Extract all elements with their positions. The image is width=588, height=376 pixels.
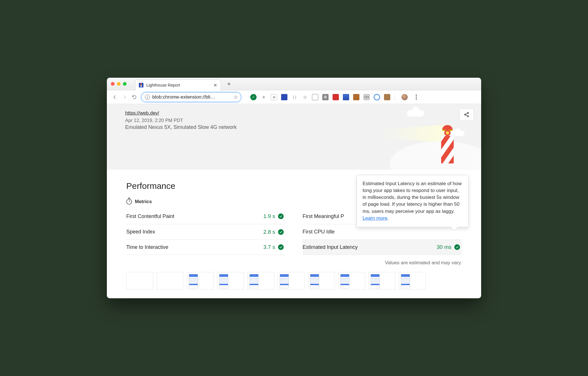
metric-name: First Meaningful P <box>303 213 344 219</box>
extensions-row: ✓ ❀ ▦ { } ▨ B CRX <box>250 94 417 100</box>
report-url[interactable]: https://web.dev/ <box>125 110 159 116</box>
svg-line-3 <box>466 113 468 114</box>
titlebar: Lighthouse Report ✕ + <box>107 78 481 90</box>
cloud-decoration <box>407 110 424 117</box>
filmstrip-thumb[interactable] <box>187 272 214 290</box>
extension-icon[interactable] <box>353 94 359 100</box>
pass-check-icon <box>278 213 284 219</box>
share-button[interactable] <box>459 109 474 121</box>
metric-row[interactable]: Time to Interactive 3.7 s <box>126 239 285 255</box>
url-text: blob:chrome-extension://bli… <box>152 94 231 100</box>
learn-more-link[interactable]: Learn more <box>363 215 387 221</box>
pass-check-icon <box>278 244 284 250</box>
extension-icon[interactable] <box>333 94 339 100</box>
pass-check-icon <box>278 229 284 235</box>
extension-icon[interactable]: ▨ <box>302 94 308 100</box>
extension-icon[interactable]: ❀ <box>261 94 267 100</box>
filmstrip-thumb[interactable] <box>278 272 305 290</box>
metric-value: 3.7 s <box>263 244 275 250</box>
metric-row-estimated-input-latency[interactable]: Estimated Input Latency 30 ms <box>303 239 462 255</box>
toolbar-divider <box>394 94 395 100</box>
metric-value: 30 ms <box>437 244 451 250</box>
metric-row[interactable]: First Contentful Paint 1.9 s <box>126 209 285 224</box>
address-bar[interactable]: i blob:chrome-extension://bli… ☆ <box>141 92 241 102</box>
extension-icon[interactable]: { } <box>291 94 298 100</box>
filmstrip-thumb[interactable] <box>308 272 335 290</box>
site-info-icon[interactable]: i <box>145 95 150 100</box>
hill-decoration <box>390 141 481 170</box>
extension-icon[interactable]: ▦ <box>271 94 277 100</box>
filmstrip-thumb[interactable] <box>338 272 365 290</box>
window-close-button[interactable] <box>111 82 115 86</box>
new-tab-button[interactable]: + <box>227 80 231 88</box>
tab-title: Lighthouse Report <box>146 83 211 87</box>
metric-name: First Contentful Paint <box>126 213 174 219</box>
metric-value: 1.9 s <box>263 213 275 219</box>
filmstrip-thumb[interactable] <box>247 272 274 290</box>
report-header: https://web.dev/ Apr 12, 2019, 2:20 PM P… <box>107 104 481 170</box>
back-button[interactable] <box>112 94 118 100</box>
values-footnote: Values are estimated and may vary. <box>126 260 462 266</box>
window-zoom-button[interactable] <box>123 82 127 86</box>
window-minimize-button[interactable] <box>117 82 121 86</box>
extension-icon[interactable] <box>281 94 287 100</box>
filmstrip-thumb[interactable] <box>217 272 244 290</box>
tab-close-icon[interactable]: ✕ <box>213 83 217 88</box>
metric-value: 2.8 s <box>263 229 275 235</box>
pass-check-icon <box>454 244 460 250</box>
lighthouse-report: https://web.dev/ Apr 12, 2019, 2:20 PM P… <box>107 104 481 298</box>
extension-icon[interactable] <box>343 94 349 100</box>
extension-icon[interactable]: B <box>322 94 329 100</box>
metric-name: Speed Index <box>126 229 155 235</box>
metric-name: Time to Interactive <box>126 244 168 250</box>
lighthouse-illustration <box>441 125 454 163</box>
extension-icon[interactable]: ✓ <box>250 94 257 100</box>
metric-row[interactable]: Speed Index 2.8 s <box>126 224 285 239</box>
extension-icon[interactable]: CRX <box>363 94 370 100</box>
extension-icon[interactable] <box>374 94 380 100</box>
bookmark-star-icon[interactable]: ☆ <box>233 94 238 100</box>
filmstrip <box>126 272 462 290</box>
tooltip-text: Estimated Input Latency is an estimate o… <box>363 181 462 214</box>
svg-line-4 <box>466 115 468 116</box>
metric-name: First CPU Idle <box>303 229 335 235</box>
browser-toolbar: i blob:chrome-extension://bli… ☆ ✓ ❀ ▦ {… <box>107 90 481 104</box>
filmstrip-thumb[interactable] <box>157 272 183 290</box>
report-timestamp: Apr 12, 2019, 2:20 PM PDT <box>125 118 473 123</box>
extension-icon[interactable] <box>312 94 318 100</box>
extension-icon[interactable] <box>384 94 390 100</box>
metrics-label: Metrics <box>135 199 152 205</box>
profile-avatar[interactable] <box>401 94 408 100</box>
metric-name: Estimated Input Latency <box>303 244 358 250</box>
lighthouse-favicon-icon <box>139 83 143 87</box>
browser-window: Lighthouse Report ✕ + i blob:chrome-exte… <box>107 78 481 298</box>
forward-button[interactable] <box>122 94 127 100</box>
filmstrip-thumb[interactable] <box>369 272 395 290</box>
metric-tooltip: Estimated Input Latency is an estimate o… <box>357 175 469 227</box>
browser-menu-button[interactable] <box>416 95 417 100</box>
browser-tab[interactable]: Lighthouse Report ✕ <box>135 79 221 91</box>
stopwatch-icon <box>126 199 132 205</box>
filmstrip-thumb[interactable] <box>126 272 153 290</box>
reload-button[interactable] <box>131 94 137 100</box>
filmstrip-thumb[interactable] <box>399 272 426 290</box>
